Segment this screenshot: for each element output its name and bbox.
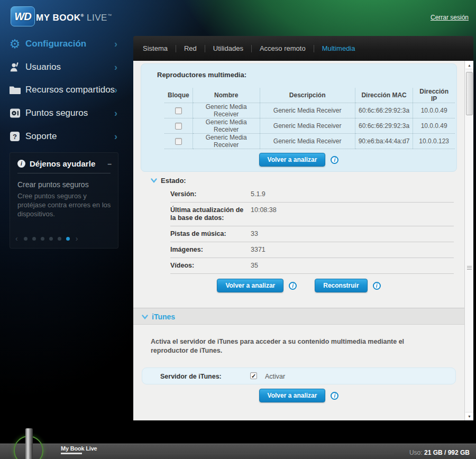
help-heading: Crear puntos seguros: [17, 180, 89, 189]
tab-separator: [314, 45, 314, 52]
table-row: Generic Media Receiver Generic Media Rec…: [164, 103, 455, 118]
block-checkbox[interactable]: [175, 138, 182, 145]
block-checkbox[interactable]: [175, 123, 182, 130]
tab-sistema[interactable]: Sistema: [142, 42, 169, 54]
rebuild-button[interactable]: Reconstruir: [315, 279, 367, 292]
content-panel: Reproductores multimedia: Bloque Nombre …: [133, 61, 464, 420]
estado-section-header[interactable]: Estado:: [151, 177, 186, 185]
sidebar-item-label: Soporte: [25, 131, 57, 142]
carousel-next-icon[interactable]: ›: [75, 234, 79, 243]
column-header: Dirección MAC: [355, 88, 413, 103]
usage-label: Uso:: [409, 449, 423, 456]
carousel-dot[interactable]: [58, 237, 61, 241]
carousel-dot[interactable]: [41, 237, 44, 241]
column-header: Dirección IP: [413, 88, 455, 103]
info-icon[interactable]: i: [331, 392, 338, 400]
field-label: Imágenes:: [170, 246, 251, 254]
carousel-dot[interactable]: [24, 237, 28, 241]
device-drive-icon: [25, 428, 33, 459]
safe-icon: [7, 106, 22, 121]
media-players-panel: Reproductores multimedia: Bloque Nombre …: [141, 63, 457, 172]
tab-utilidades[interactable]: Utilidades: [212, 42, 244, 54]
cell-mac: 60:6c:66:29:92:3a: [355, 118, 413, 134]
cell-name: Generic Media Receiver: [193, 134, 260, 149]
sidebar-item-configuracion[interactable]: ⚙ Configuración ›: [0, 35, 132, 53]
activar-checkbox[interactable]: ✓: [250, 372, 257, 379]
table-row: Generic Media Receiver Generic Media Rec…: [164, 118, 455, 134]
itunes-description: Activa el servidor de iTunes para accede…: [151, 337, 432, 355]
rescan-button[interactable]: Volver a analizar: [259, 153, 326, 167]
help-body: Cree puntos seguros y protéjase contra e…: [17, 191, 112, 218]
scroll-down-icon[interactable]: ▼: [465, 412, 473, 420]
itunes-server-label: Servidor de iTunes:: [160, 373, 222, 380]
scrollbar-grip[interactable]: [467, 266, 472, 270]
logout-link[interactable]: Cerrar sesión: [431, 14, 469, 21]
brand-live: LIVE: [87, 13, 107, 23]
help-panel: i Déjenos ayudarle – Crear puntos seguro…: [10, 152, 118, 249]
sidebar-item-label: Recursos compartidos: [25, 85, 115, 95]
brand-title: MY BOOK® LIVE™: [36, 13, 112, 23]
table-row: Generic Media Receiver Generic Media Rec…: [164, 134, 455, 149]
sidebar-item-label: Puntos seguros: [25, 108, 88, 118]
info-icon[interactable]: i: [289, 282, 297, 290]
cell-description: Generic Media Receiver: [260, 134, 355, 149]
field-label: Pistas de música:: [170, 230, 251, 238]
sidebar-item-puntos-seguros[interactable]: Puntos seguros ›: [0, 104, 132, 122]
carousel-dot[interactable]: [32, 237, 36, 241]
scrollbar[interactable]: ▲ ▼: [464, 61, 473, 420]
tab-red[interactable]: Red: [183, 42, 198, 54]
field-value: 10:08:38: [251, 206, 277, 222]
cell-mac: 90:e6:ba:44:4a:d7: [355, 134, 413, 149]
user-icon: [7, 60, 22, 75]
sidebar-item-usuarios[interactable]: Usuarios ›: [0, 58, 132, 76]
chevron-right-icon: ›: [114, 131, 117, 142]
carousel-dot-active[interactable]: [66, 237, 70, 241]
field-label: Última actualización de la base de datos…: [170, 206, 251, 222]
column-header: Descripción: [260, 88, 355, 103]
folder-icon: [7, 82, 22, 97]
cell-description: Generic Media Receiver: [260, 103, 355, 118]
tab-separator: [176, 45, 176, 52]
divider: [17, 173, 111, 173]
itunes-server-row: Servidor de iTunes: ✓ Activar: [142, 368, 456, 384]
sidebar-item-recursos-compartidos[interactable]: Recursos compartidos ›: [0, 81, 132, 99]
carousel-dot[interactable]: [49, 237, 53, 241]
cell-ip: 10.0.0.123: [413, 134, 455, 149]
field-value: 35: [251, 262, 258, 270]
scrollbar-thumb[interactable]: [466, 72, 473, 115]
minimize-button[interactable]: –: [107, 161, 112, 167]
block-checkbox[interactable]: [175, 107, 182, 114]
scroll-up-icon[interactable]: ▲: [465, 61, 473, 69]
wd-logo: WD: [11, 6, 35, 26]
brand-name: MY BOOK: [36, 13, 80, 23]
tab-acceso-remoto[interactable]: Acceso remoto: [259, 42, 307, 54]
estado-fields: Versión: 5.1.9 Última actualización de l…: [170, 187, 454, 274]
sidebar-item-label: Configuración: [25, 39, 86, 49]
usage-text: Uso: 21 GB / 992 GB: [409, 449, 470, 456]
estado-title: Estado:: [161, 177, 186, 185]
carousel-prev-icon[interactable]: ‹: [14, 234, 19, 243]
page: WD MY BOOK® LIVE™ Cerrar sesión ⚙ Config…: [0, 0, 476, 459]
gear-icon: ⚙: [7, 36, 22, 51]
rescan-button[interactable]: Volver a analizar: [217, 279, 283, 292]
field-row: Versión: 5.1.9: [170, 187, 454, 203]
sidebar-item-soporte[interactable]: ? Soporte ›: [0, 127, 132, 145]
info-icon[interactable]: i: [373, 282, 381, 290]
field-row: Última actualización de la base de datos…: [170, 203, 454, 226]
brand-reg: ®: [80, 13, 84, 18]
info-icon[interactable]: i: [331, 156, 338, 164]
column-header: Nombre: [193, 88, 260, 103]
field-label: Vídeos:: [170, 262, 251, 270]
rescan-button[interactable]: Volver a analizar: [259, 389, 326, 402]
tab-multimedia[interactable]: Multimedia: [321, 42, 356, 54]
field-label: Versión:: [170, 190, 251, 198]
media-players-label: Reproductores multimedia:: [157, 71, 246, 79]
cell-name: Generic Media Receiver: [193, 118, 260, 134]
field-row: Pistas de música: 33: [170, 226, 454, 242]
itunes-section-header[interactable]: iTunes: [142, 313, 175, 321]
field-row: Imágenes: 3371: [170, 242, 454, 258]
itunes-section-bar: iTunes: [133, 308, 464, 325]
question-icon: ?: [7, 129, 22, 144]
usage-progress-fill: [61, 453, 82, 454]
info-icon: i: [17, 160, 25, 168]
